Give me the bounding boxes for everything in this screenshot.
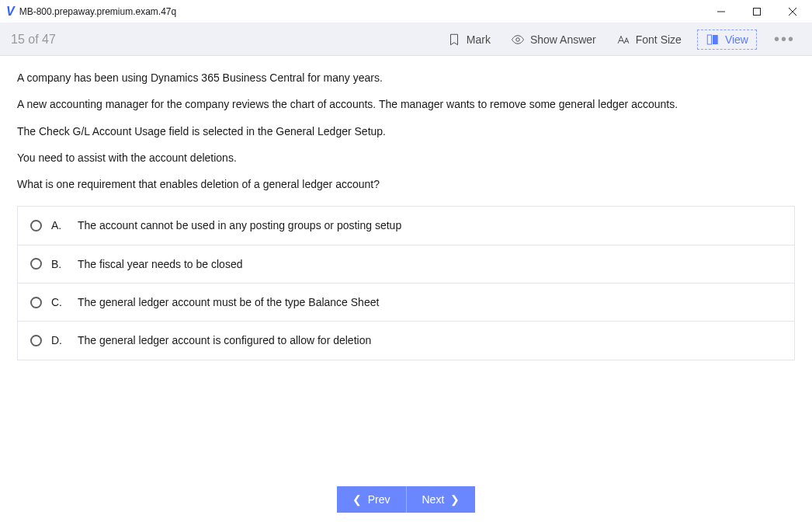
window-maximize-button[interactable] — [739, 0, 775, 23]
bookmark-icon — [447, 33, 461, 47]
option-text: The general ledger account must be of th… — [78, 294, 782, 310]
option-c[interactable]: C. The general ledger account must be of… — [18, 284, 794, 322]
question-counter: 15 of 47 — [11, 33, 56, 47]
option-b[interactable]: B. The fiscal year needs to be closed — [18, 245, 794, 284]
chevron-left-icon: ❮ — [352, 493, 362, 506]
option-a[interactable]: A. The account cannot be used in any pos… — [18, 207, 794, 245]
font-size-label: Font Size — [636, 33, 682, 46]
option-letter: B. — [51, 256, 68, 272]
window-close-button[interactable] — [775, 0, 810, 23]
window-titlebar: V MB-800.prepaway.premium.exam.47q — [0, 0, 812, 23]
prev-button[interactable]: ❮ Prev — [337, 486, 407, 513]
next-button[interactable]: Next ❯ — [407, 486, 476, 513]
question-paragraph: What is one requirement that enables del… — [17, 176, 795, 192]
radio-icon — [30, 220, 42, 231]
toolbar: 15 of 47 Mark Show Answer Font Size View… — [0, 23, 812, 56]
radio-icon — [30, 258, 42, 270]
window-title: MB-800.prepaway.premium.exam.47q — [19, 6, 177, 17]
option-letter: D. — [51, 332, 68, 348]
view-label: View — [725, 33, 748, 46]
question-paragraph: You need to assist with the account dele… — [17, 150, 795, 165]
options-list: A. The account cannot be used in any pos… — [17, 206, 795, 360]
question-paragraph: A new accounting manager for the company… — [17, 96, 795, 112]
dots-horizontal-icon: ••• — [774, 30, 795, 47]
view-layout-icon — [706, 33, 720, 47]
prev-label: Prev — [368, 493, 390, 506]
question-paragraph: The Check G/L Account Usage field is sel… — [17, 124, 795, 139]
svg-rect-1 — [754, 8, 761, 15]
window-minimize-button[interactable] — [703, 0, 739, 23]
radio-icon — [30, 297, 42, 308]
font-size-button[interactable]: Font Size — [612, 30, 686, 50]
option-letter: C. — [51, 294, 68, 310]
more-menu-button[interactable]: ••• — [768, 30, 801, 48]
show-answer-label: Show Answer — [530, 33, 596, 46]
footer-nav: ❮ Prev Next ❯ — [0, 485, 812, 522]
nav-button-group: ❮ Prev Next ❯ — [337, 486, 476, 513]
svg-point-4 — [516, 37, 520, 41]
mark-label: Mark — [467, 33, 491, 46]
question-text: A company has been using Dynamics 365 Bu… — [17, 70, 795, 192]
font-size-icon — [616, 33, 630, 47]
option-text: The account cannot be used in any postin… — [78, 218, 782, 233]
view-button[interactable]: View — [697, 30, 757, 50]
window-controls — [703, 0, 810, 23]
app-logo-icon: V — [6, 5, 15, 19]
option-letter: A. — [51, 218, 68, 233]
question-content: A company has been using Dynamics 365 Bu… — [0, 56, 812, 485]
titlebar-left: V MB-800.prepaway.premium.exam.47q — [6, 5, 176, 19]
svg-rect-6 — [713, 35, 718, 44]
svg-rect-5 — [707, 35, 711, 44]
next-label: Next — [422, 493, 445, 506]
question-paragraph: A company has been using Dynamics 365 Bu… — [17, 70, 795, 85]
option-d[interactable]: D. The general ledger account is configu… — [18, 322, 794, 359]
radio-icon — [30, 335, 42, 346]
show-answer-button[interactable]: Show Answer — [506, 30, 601, 50]
eye-icon — [511, 33, 525, 47]
mark-button[interactable]: Mark — [442, 30, 495, 50]
option-text: The general ledger account is configured… — [78, 332, 782, 348]
option-text: The fiscal year needs to be closed — [78, 256, 782, 272]
chevron-right-icon: ❯ — [450, 493, 460, 506]
